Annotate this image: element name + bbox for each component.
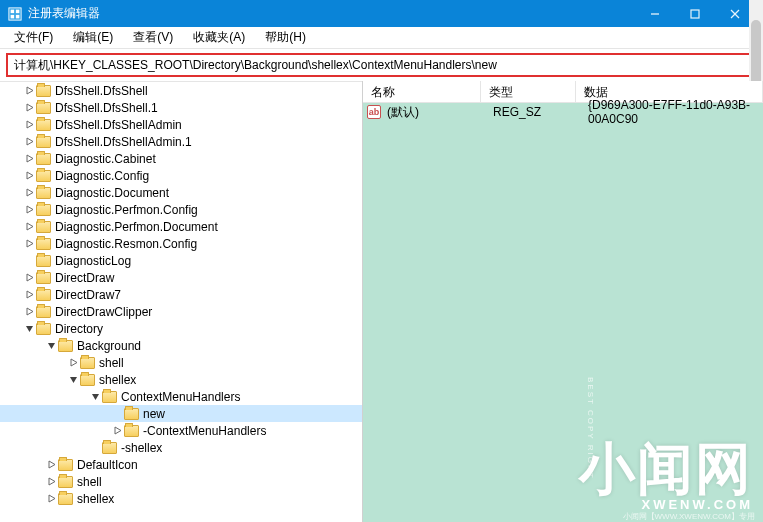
tree-node[interactable]: Diagnostic.Perfmon.Document [0, 218, 362, 235]
tree-node[interactable]: shellex [0, 371, 362, 388]
tree-node-label: -shellex [121, 441, 162, 455]
tree-node[interactable]: DefaultIcon [0, 456, 362, 473]
tree-node[interactable]: Background [0, 337, 362, 354]
chevron-right-icon[interactable] [22, 203, 36, 217]
menu-favorites[interactable]: 收藏夹(A) [185, 27, 253, 48]
tree-node[interactable]: new [0, 405, 362, 422]
tree-node[interactable]: DiagnosticLog [0, 252, 362, 269]
tree-node-label: Diagnostic.Resmon.Config [55, 237, 197, 251]
chevron-right-icon[interactable] [22, 186, 36, 200]
folder-icon [58, 476, 73, 488]
chevron-right-icon[interactable] [22, 101, 36, 115]
tree-node[interactable]: DirectDraw [0, 269, 362, 286]
tree-node[interactable]: Diagnostic.Document [0, 184, 362, 201]
tree-node[interactable]: Directory [0, 320, 362, 337]
chevron-right-icon[interactable] [22, 84, 36, 98]
value-name: (默认) [387, 104, 493, 121]
chevron-right-icon[interactable] [22, 169, 36, 183]
watermark: 小闻网 XWENW.COM [579, 441, 753, 512]
watermark-side: BEST COPY RIGHT [586, 377, 595, 480]
tree-node[interactable]: DirectDrawClipper [0, 303, 362, 320]
chevron-right-icon[interactable] [22, 271, 36, 285]
folder-icon [36, 238, 51, 250]
chevron-right-icon[interactable] [22, 118, 36, 132]
svg-rect-1 [11, 9, 15, 13]
folder-icon [124, 425, 139, 437]
chevron-right-icon[interactable] [66, 356, 80, 370]
menu-file[interactable]: 文件(F) [6, 27, 61, 48]
menu-bar: 文件(F) 编辑(E) 查看(V) 收藏夹(A) 帮助(H) [0, 27, 763, 49]
chevron-down-icon[interactable] [22, 322, 36, 336]
folder-icon [80, 357, 95, 369]
content-area: DfsShell.DfsShellDfsShell.DfsShell.1DfsS… [0, 81, 763, 522]
chevron-right-icon[interactable] [22, 220, 36, 234]
chevron-right-icon[interactable] [44, 458, 58, 472]
folder-icon [36, 306, 51, 318]
maximize-button[interactable] [675, 0, 715, 27]
folder-icon [58, 340, 73, 352]
svg-rect-6 [691, 10, 699, 18]
chevron-right-icon[interactable] [22, 305, 36, 319]
tree-node[interactable]: DirectDraw7 [0, 286, 362, 303]
folder-icon [36, 153, 51, 165]
tree-node-label: DirectDrawClipper [55, 305, 152, 319]
menu-view[interactable]: 查看(V) [125, 27, 181, 48]
folder-icon [36, 323, 51, 335]
chevron-right-icon[interactable] [22, 135, 36, 149]
folder-icon [36, 85, 51, 97]
tree-node[interactable]: DfsShell.DfsShellAdmin.1 [0, 133, 362, 150]
tree-node[interactable]: shell [0, 354, 362, 371]
tree-node[interactable]: shellex [0, 490, 362, 507]
column-name[interactable]: 名称 [363, 81, 481, 102]
app-icon [8, 7, 22, 21]
tree-node[interactable]: -shellex [0, 439, 362, 456]
chevron-right-icon[interactable] [22, 237, 36, 251]
tree-node[interactable]: -ContextMenuHandlers [0, 422, 362, 439]
chevron-down-icon[interactable] [88, 390, 102, 404]
tree-node[interactable]: Diagnostic.Cabinet [0, 150, 362, 167]
chevron-down-icon[interactable] [66, 373, 80, 387]
folder-icon [102, 391, 117, 403]
chevron-right-icon[interactable] [22, 152, 36, 166]
watermark-big: 小闻网 [579, 441, 753, 497]
tree-node[interactable]: ContextMenuHandlers [0, 388, 362, 405]
tree-node-label: DiagnosticLog [55, 254, 131, 268]
tree-node[interactable]: DfsShell.DfsShell.1 [0, 99, 362, 116]
menu-edit[interactable]: 编辑(E) [65, 27, 121, 48]
tree-node-label: DefaultIcon [77, 458, 138, 472]
values-panel: 名称 类型 数据 ab (默认) REG_SZ {D969A300-E7FF-1… [362, 81, 763, 522]
tree-panel[interactable]: DfsShell.DfsShellDfsShell.DfsShell.1DfsS… [0, 81, 362, 522]
string-value-icon: ab [367, 105, 381, 119]
chevron-right-icon[interactable] [44, 492, 58, 506]
folder-icon [102, 442, 117, 454]
chevron-right-icon[interactable] [110, 424, 124, 438]
svg-rect-2 [16, 9, 20, 13]
svg-rect-3 [11, 14, 15, 18]
folder-icon [36, 289, 51, 301]
tree-node[interactable]: DfsShell.DfsShellAdmin [0, 116, 362, 133]
minimize-button[interactable] [635, 0, 675, 27]
menu-help[interactable]: 帮助(H) [257, 27, 314, 48]
folder-icon [36, 255, 51, 267]
tree-node[interactable]: DfsShell.DfsShell [0, 82, 362, 99]
value-data: {D969A300-E7FF-11d0-A93B-00A0C90 [588, 98, 759, 126]
column-type[interactable]: 类型 [481, 81, 576, 102]
value-row[interactable]: ab (默认) REG_SZ {D969A300-E7FF-11d0-A93B-… [363, 103, 763, 121]
tree-node-label: shellex [77, 492, 114, 506]
chevron-right-icon[interactable] [22, 288, 36, 302]
tree-node-label: DfsShell.DfsShellAdmin [55, 118, 182, 132]
tree-node[interactable]: Diagnostic.Resmon.Config [0, 235, 362, 252]
tree-node-label: Diagnostic.Perfmon.Document [55, 220, 218, 234]
address-bar[interactable]: 计算机\HKEY_CLASSES_ROOT\Directory\Backgrou… [6, 53, 757, 77]
window-title: 注册表编辑器 [28, 5, 635, 22]
tree-node[interactable]: shell [0, 473, 362, 490]
folder-icon [36, 204, 51, 216]
folder-icon [36, 272, 51, 284]
chevron-down-icon[interactable] [44, 339, 58, 353]
chevron-right-icon[interactable] [44, 475, 58, 489]
tree-node[interactable]: Diagnostic.Config [0, 167, 362, 184]
tree-node-label: Diagnostic.Perfmon.Config [55, 203, 198, 217]
address-path: 计算机\HKEY_CLASSES_ROOT\Directory\Backgrou… [14, 57, 497, 74]
tree-node[interactable]: Diagnostic.Perfmon.Config [0, 201, 362, 218]
folder-icon [36, 170, 51, 182]
